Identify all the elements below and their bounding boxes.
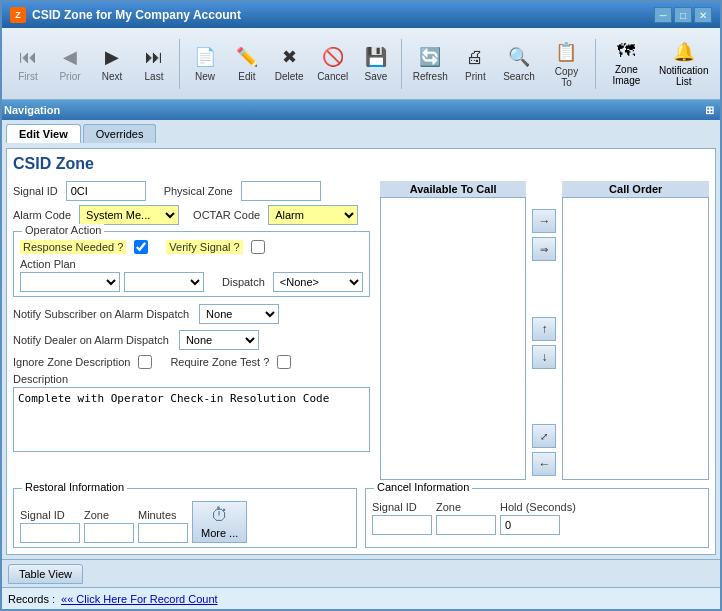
restoral-minutes-label: Minutes xyxy=(138,509,188,521)
action-plan-select1[interactable] xyxy=(20,272,120,292)
toolbar-sep-2 xyxy=(401,39,402,89)
more-button[interactable]: ⏱ More ... xyxy=(192,501,247,543)
physical-zone-input[interactable] xyxy=(241,181,321,201)
records-label: Records : xyxy=(8,593,55,605)
description-textarea[interactable]: Complete with Operator Check-in Resoluti… xyxy=(13,387,370,452)
new-button[interactable]: 📄 New xyxy=(185,41,225,86)
delete-icon: ✖ xyxy=(277,45,301,69)
tab-bar: Edit View Overrides xyxy=(6,124,716,143)
edit-label: Edit xyxy=(238,71,255,82)
search-button[interactable]: 🔍 Search xyxy=(497,41,540,86)
restoral-minutes-input[interactable] xyxy=(138,523,188,543)
table-view-tab[interactable]: Table View xyxy=(8,564,83,584)
action-plan-select2[interactable] xyxy=(124,272,204,292)
last-icon: ⏭ xyxy=(142,45,166,69)
last-button[interactable]: ⏭ Last xyxy=(134,41,174,86)
notify-dealer-select[interactable]: None xyxy=(179,330,259,350)
cancel-button[interactable]: 🚫 Cancel xyxy=(311,41,354,86)
restoral-zone-input[interactable] xyxy=(84,523,134,543)
action-plan-col: Action Plan xyxy=(20,258,204,292)
move-up-button[interactable]: ↑ xyxy=(532,317,556,341)
next-label: Next xyxy=(102,71,123,82)
move-down-button[interactable]: ↓ xyxy=(532,345,556,369)
notify-dealer-label: Notify Dealer on Alarm Dispatch xyxy=(13,334,169,346)
print-button[interactable]: 🖨 Print xyxy=(455,41,495,86)
next-button[interactable]: ▶ Next xyxy=(92,41,132,86)
available-to-call-list[interactable] xyxy=(380,198,527,480)
available-to-call-section: Available To Call xyxy=(380,181,527,480)
refresh-button[interactable]: 🔄 Refresh xyxy=(407,41,453,86)
notification-list-button[interactable]: 🔔 NotificationList xyxy=(653,37,714,91)
maximize-button[interactable]: □ xyxy=(674,7,692,23)
call-order-list[interactable] xyxy=(562,198,709,480)
cancel-hold-input[interactable] xyxy=(500,515,560,535)
navigation-bar: Navigation ⊞ xyxy=(2,100,720,120)
bottom-bar: Table View xyxy=(2,559,720,587)
nav-bar-expand[interactable]: ⊞ xyxy=(705,104,714,117)
edit-button[interactable]: ✏️ Edit xyxy=(227,41,267,86)
prior-icon: ◀ xyxy=(58,45,82,69)
restoral-minutes-col: Minutes xyxy=(138,509,188,543)
middle-arrows: → ⇒ ↑ ↓ ⤢ ← xyxy=(530,181,558,480)
save-icon: 💾 xyxy=(364,45,388,69)
more-icon: ⏱ xyxy=(211,505,229,526)
move-all-right-button[interactable]: ⇒ xyxy=(532,237,556,261)
prior-button[interactable]: ◀ Prior xyxy=(50,41,90,86)
verify-signal-checkbox[interactable] xyxy=(251,240,265,254)
tab-edit-view[interactable]: Edit View xyxy=(6,124,81,143)
left-form: Signal ID Physical Zone Alarm Code Syste… xyxy=(13,181,370,480)
zone-image-icon: 🗺 xyxy=(617,41,635,62)
cancel-hold-label: Hold (Seconds) xyxy=(500,501,576,513)
response-needed-label: Response Needed ? xyxy=(20,240,126,254)
navigation-label: Navigation xyxy=(4,104,60,116)
alarm-code-label: Alarm Code xyxy=(13,209,71,221)
restoral-signal-input[interactable] xyxy=(20,523,80,543)
close-button[interactable]: ✕ xyxy=(694,7,712,23)
delete-button[interactable]: ✖ Delete xyxy=(269,41,309,86)
right-area: Available To Call → ⇒ ↑ ↓ ⤢ ← xyxy=(380,181,709,480)
alarm-code-select[interactable]: System Me... xyxy=(79,205,179,225)
toolbar: ⏮ First ◀ Prior ▶ Next ⏭ Last 📄 New ✏️ E… xyxy=(2,28,720,100)
tab-overrides[interactable]: Overrides xyxy=(83,124,157,143)
notify-subscriber-label: Notify Subscriber on Alarm Dispatch xyxy=(13,308,189,320)
notify-subscriber-select[interactable]: None xyxy=(199,304,279,324)
move-right-button[interactable]: → xyxy=(532,209,556,233)
notification-icon: 🔔 xyxy=(673,41,695,63)
refresh-icon: 🔄 xyxy=(418,45,442,69)
notify-subscriber-row: Notify Subscriber on Alarm Dispatch None xyxy=(13,304,370,324)
octar-code-select[interactable]: Alarm xyxy=(268,205,358,225)
prior-label: Prior xyxy=(59,71,80,82)
description-section: Description Complete with Operator Check… xyxy=(13,373,370,454)
expand-button[interactable]: ⤢ xyxy=(532,424,556,448)
new-icon: 📄 xyxy=(193,45,217,69)
first-button[interactable]: ⏮ First xyxy=(8,41,48,86)
zone-image-button[interactable]: 🗺 ZoneImage xyxy=(601,37,651,90)
cancel-hold-col: Hold (Seconds) xyxy=(500,501,576,535)
save-button[interactable]: 💾 Save xyxy=(356,41,396,86)
ignore-zone-checkbox[interactable] xyxy=(138,355,152,369)
cancel-zone-input[interactable] xyxy=(436,515,496,535)
signal-id-input[interactable] xyxy=(66,181,146,201)
dispatch-select[interactable]: <None> xyxy=(273,272,363,292)
copy-to-button[interactable]: 📋 Copy To xyxy=(543,36,591,92)
cancel-zone-col: Zone xyxy=(436,501,496,535)
action-plan-dispatch-row: Action Plan Dispatch <None> xyxy=(20,258,363,292)
description-label: Description xyxy=(13,373,68,385)
toolbar-sep-1 xyxy=(179,39,180,89)
require-zone-checkbox[interactable] xyxy=(277,355,291,369)
signal-id-label: Signal ID xyxy=(13,185,58,197)
refresh-label: Refresh xyxy=(413,71,448,82)
search-label: Search xyxy=(503,71,535,82)
title-bar: Z CSID Zone for My Company Account ─ □ ✕ xyxy=(2,2,720,28)
response-needed-checkbox[interactable] xyxy=(134,240,148,254)
verify-signal-label: Verify Signal ? xyxy=(166,240,242,254)
cancel-signal-input[interactable] xyxy=(372,515,432,535)
move-left-button[interactable]: ← xyxy=(532,452,556,476)
available-to-call-header: Available To Call xyxy=(380,181,527,198)
form-panel: CSID Zone Signal ID Physical Zone Alarm … xyxy=(6,148,716,555)
cancel-label: Cancel Information xyxy=(374,481,472,493)
minimize-button[interactable]: ─ xyxy=(654,7,672,23)
action-plan-inputs xyxy=(20,272,204,292)
cancel-signal-label: Signal ID xyxy=(372,501,432,513)
record-count-link[interactable]: «« Click Here For Record Count xyxy=(61,593,218,605)
